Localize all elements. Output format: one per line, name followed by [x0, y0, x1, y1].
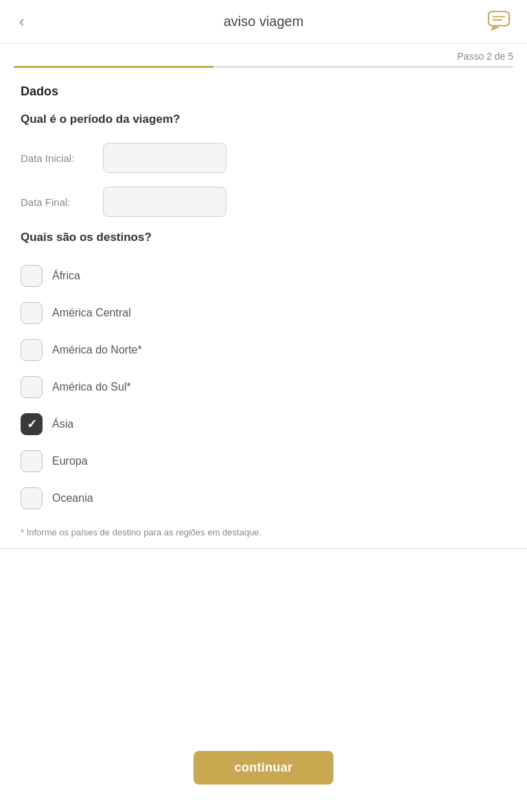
footnote: * Informe os países de destino para as r…: [21, 527, 506, 537]
destination-africa[interactable]: África: [21, 258, 506, 294]
label-america-sul: América do Sul*: [52, 381, 131, 393]
back-button[interactable]: ‹: [14, 12, 30, 32]
destination-oceania[interactable]: Oceania: [21, 480, 506, 516]
content-area: Dados Qual é o período da viagem? Data I…: [0, 68, 527, 730]
svg-rect-0: [489, 12, 509, 26]
date-final-input[interactable]: [103, 187, 226, 217]
date-initial-row: Data Inicial:: [21, 143, 506, 173]
progress-area: Passo 2 de 5: [0, 44, 527, 68]
header-title: aviso viagem: [224, 14, 304, 30]
checkbox-america-central[interactable]: [21, 302, 43, 324]
continue-button[interactable]: continuar: [194, 751, 334, 785]
label-asia: Ásia: [52, 418, 73, 430]
destination-europa[interactable]: Europa: [21, 443, 506, 479]
destination-america-norte[interactable]: América do Norte*: [21, 332, 506, 368]
checkbox-america-norte[interactable]: [21, 339, 43, 361]
divider: [0, 548, 527, 549]
label-africa: África: [52, 270, 80, 282]
date-initial-label: Data Inicial:: [21, 152, 103, 164]
section-title: Dados: [21, 84, 506, 99]
label-america-central: América Central: [52, 307, 131, 319]
checkbox-asia[interactable]: ✓: [21, 413, 43, 435]
destinations-question: Quais são os destinos?: [21, 231, 506, 244]
destination-america-sul[interactable]: América do Sul*: [21, 369, 506, 405]
destinations-list: África América Central América do Norte*…: [21, 258, 506, 516]
checkbox-europa[interactable]: [21, 450, 43, 472]
step-label: Passo 2 de 5: [457, 51, 513, 62]
label-america-norte: América do Norte*: [52, 344, 142, 356]
label-oceania: Oceania: [52, 492, 93, 504]
checkmark-asia: ✓: [27, 418, 37, 430]
header: ‹ aviso viagem: [0, 0, 527, 44]
checkbox-oceania[interactable]: [21, 487, 43, 509]
checkbox-africa[interactable]: [21, 265, 43, 287]
checkbox-america-sul[interactable]: [21, 376, 43, 398]
date-initial-input[interactable]: [103, 143, 226, 173]
chat-icon: [487, 9, 511, 32]
date-final-label: Data Final:: [21, 196, 103, 208]
chat-button[interactable]: [484, 6, 513, 37]
destination-asia[interactable]: ✓ Ásia: [21, 406, 506, 442]
period-question: Qual é o período da viagem?: [21, 113, 506, 126]
date-final-row: Data Final:: [21, 187, 506, 217]
label-europa: Europa: [52, 455, 88, 467]
footer: continuar: [0, 730, 527, 812]
destination-america-central[interactable]: América Central: [21, 295, 506, 331]
